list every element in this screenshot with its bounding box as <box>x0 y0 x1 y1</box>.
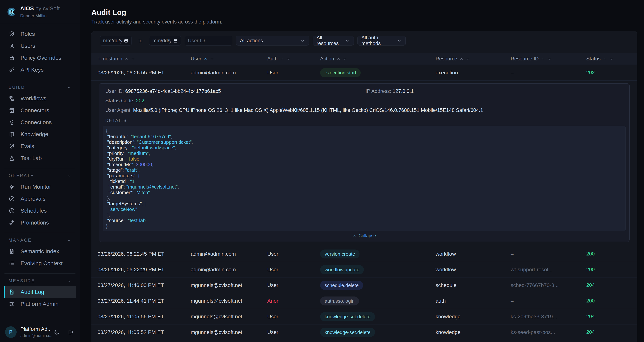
sort-asc-icon <box>336 57 340 61</box>
action-badge: auth.sso.login <box>320 297 359 306</box>
avatar: P <box>5 326 16 338</box>
sidebar-item-label: Knowledge <box>20 131 48 138</box>
column-header-resource[interactable]: Resource <box>436 56 511 62</box>
column-label: User <box>191 56 201 62</box>
sort-asc-icon <box>460 57 464 61</box>
date-to-field[interactable] <box>149 36 181 45</box>
cell-action: knowledge-set.delete <box>320 312 436 321</box>
nav-section-measure[interactable]: MEASURE <box>8 278 71 283</box>
column-header-action[interactable]: Action <box>320 56 436 62</box>
sidebar-item-label: Approvals <box>20 196 46 202</box>
sidebar-footer: P Platform Ad... admin@admin.c... <box>0 322 80 342</box>
sidebar-item-roles[interactable]: Roles <box>4 28 76 40</box>
sidebar-item-evals[interactable]: Evals <box>4 140 76 152</box>
column-filter-icon <box>286 57 290 61</box>
user-id-input[interactable] <box>188 38 229 44</box>
cell-resource: workflow <box>436 251 511 257</box>
date-to-input[interactable] <box>152 38 171 44</box>
collapse-link[interactable]: Collapse <box>103 233 626 238</box>
plug-icon <box>8 119 15 126</box>
date-from-field[interactable] <box>100 36 132 45</box>
cell-timestamp: 03/26/2026, 06:22:45 PM ET <box>91 251 191 257</box>
sidebar-item-connections[interactable]: Connections <box>4 116 76 128</box>
cell-user: admin@admin.com <box>191 251 267 257</box>
table-row[interactable]: 03/27/2026, 11:46:00 PM ETmgunnels@cvlso… <box>91 278 637 293</box>
cell-resource-id: ks-seed-past-pos... <box>511 329 586 335</box>
sidebar-item-label: Platform Admin <box>20 301 58 307</box>
sidebar-item-audit-log[interactable]: Audit Log <box>4 286 76 298</box>
expanded-detail-row: User ID: 69875236-a74d-4ca1-bb24-4c4177b… <box>91 81 637 246</box>
table-row[interactable]: 03/26/2026, 06:22:29 PM ETadmin@admin.co… <box>91 262 637 278</box>
column-header-resource-id[interactable]: Resource ID <box>511 56 586 62</box>
column-filter-icon <box>466 57 470 61</box>
sidebar-item-approvals[interactable]: Approvals <box>4 193 76 205</box>
sidebar: AIOSby cvlSoft Dunder Mifflin RolesUsers… <box>0 0 80 342</box>
sidebar-item-test-lab[interactable]: Test Lab <box>4 152 76 164</box>
sidebar-item-semantic-index[interactable]: Semantic Index <box>4 245 76 257</box>
column-header-status[interactable]: Status <box>586 56 637 62</box>
sort-asc-icon <box>124 57 129 61</box>
calendar-icon <box>124 38 128 43</box>
user-id-field[interactable] <box>185 36 232 45</box>
column-header-user[interactable]: User <box>191 56 267 62</box>
sidebar-item-label: Semantic Index <box>20 248 59 255</box>
table-row[interactable]: 03/27/2026, 11:44:41 PM ETmgunnels@cvlso… <box>91 293 637 309</box>
lock-icon <box>8 55 15 61</box>
table-row[interactable]: knowledge-set.delete <box>91 340 637 342</box>
nav-section-operate[interactable]: OPERATE <box>8 173 71 178</box>
select-value: All resources <box>316 35 345 46</box>
sidebar-item-platform-admin[interactable]: Platform Admin <box>4 298 76 310</box>
cell-resource-id: – <box>511 70 586 76</box>
tenant-name: Dunder Mifflin <box>20 13 60 18</box>
dark-mode-toggle[interactable] <box>54 328 60 336</box>
column-header-auth[interactable]: Auth <box>267 56 320 62</box>
sidebar-item-label: API Keys <box>20 67 44 73</box>
cell-status: 200 <box>586 251 637 257</box>
column-label: Action <box>320 56 334 62</box>
table-row[interactable]: 03/26/2026, 06:26:55 PM ETadmin@admin.co… <box>91 65 637 81</box>
sidebar-item-evolving-context[interactable]: Evolving Context <box>4 257 76 269</box>
table-row[interactable]: 03/27/2026, 11:05:52 PM ETmgunnels@cvlso… <box>91 325 637 340</box>
chevron-down-icon <box>67 279 71 283</box>
select-all-actions[interactable]: All actions <box>236 36 309 45</box>
sidebar-item-connectors[interactable]: Connectors <box>4 104 76 116</box>
clock-icon <box>8 207 15 214</box>
sidebar-item-label: Roles <box>20 31 35 37</box>
select-value: All actions <box>240 38 263 44</box>
sidebar-item-schedules[interactable]: Schedules <box>4 205 76 217</box>
cell-status: 202 <box>586 70 637 76</box>
sidebar-item-label: Evals <box>20 143 34 149</box>
sort-asc-icon <box>541 57 545 61</box>
chevron-down-icon <box>345 38 350 43</box>
nav-section-build[interactable]: BUILD <box>8 85 71 90</box>
sidebar-item-users[interactable]: Users <box>4 40 76 52</box>
table-header: TimestampUserAuthActionResourceResource … <box>91 53 637 65</box>
table-row[interactable]: 03/27/2026, 11:05:56 PM ETmgunnels@cvlso… <box>91 309 637 325</box>
sidebar-item-knowledge[interactable]: Knowledge <box>4 128 76 140</box>
cell-timestamp: 03/27/2026, 11:05:56 PM ET <box>91 314 191 320</box>
select-all-auth-methods[interactable]: All auth methods <box>358 36 406 45</box>
date-from-input[interactable] <box>103 38 122 44</box>
chevron-down-icon <box>300 38 305 43</box>
sidebar-item-api-keys[interactable]: API Keys <box>4 64 76 76</box>
nav-section-label: MEASURE <box>8 278 35 283</box>
sidebar-item-run-monitor[interactable]: Run Monitor <box>4 181 76 193</box>
select-all-resources[interactable]: All resources <box>313 36 354 45</box>
sidebar-item-label: Workflows <box>20 95 46 102</box>
table-row[interactable]: 03/26/2026, 06:22:45 PM ETadmin@admin.co… <box>91 246 637 262</box>
sidebar-item-promotions[interactable]: Promotions <box>4 217 76 229</box>
cell-user: mgunnels@cvlsoft.net <box>191 298 267 304</box>
sidebar-item-label: Run Monitor <box>20 184 51 190</box>
cell-timestamp: 03/27/2026, 11:44:41 PM ET <box>91 298 191 304</box>
list-icon <box>8 260 15 266</box>
cell-resource-id: ks-209fbe33-3719... <box>511 314 586 320</box>
logout-button[interactable] <box>68 328 74 336</box>
column-label: Auth <box>267 56 278 62</box>
moon-icon <box>54 328 60 336</box>
column-header-timestamp[interactable]: Timestamp <box>91 56 191 62</box>
nav-section-label: BUILD <box>8 85 25 90</box>
sidebar-item-policy-overrides[interactable]: Policy Overrides <box>4 52 76 64</box>
action-badge: version.create <box>320 249 360 258</box>
nav-section-manage[interactable]: MANAGE <box>8 238 71 243</box>
sidebar-item-workflows[interactable]: Workflows <box>4 93 76 104</box>
